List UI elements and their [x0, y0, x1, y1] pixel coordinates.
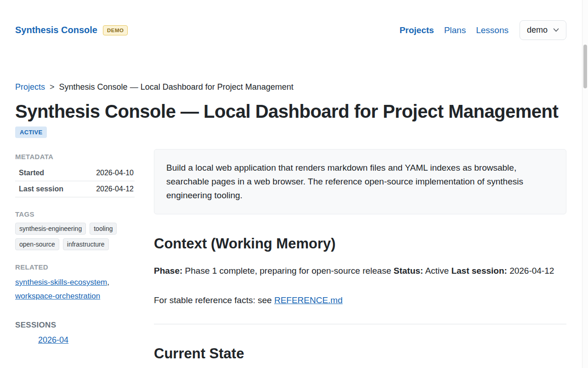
- scrollbar-thumb[interactable]: [583, 45, 587, 88]
- context-summary: Phase: Phase 1 complete, preparing for o…: [154, 263, 566, 279]
- brand-row: Synthesis Console DEMO: [15, 25, 128, 35]
- metadata-table: Started 2026-04-10 Last session 2026-04-…: [15, 165, 135, 197]
- nav-plans[interactable]: Plans: [444, 25, 466, 35]
- content-layout: METADATA Started 2026-04-10 Last session…: [15, 149, 566, 368]
- brand-link[interactable]: Synthesis Console: [15, 25, 97, 35]
- last-session-value: 2026-04-12: [509, 266, 554, 276]
- tags-heading: TAGS: [15, 210, 135, 218]
- tag-chip: tooling: [90, 223, 117, 235]
- top-nav: Projects Plans Lessons demo: [400, 20, 566, 40]
- related-link-workspace-orchestration[interactable]: workspace-orchestration: [15, 292, 100, 300]
- sidebar: METADATA Started 2026-04-10 Last session…: [15, 149, 135, 368]
- reference-text: For stable reference facts: see: [154, 295, 272, 305]
- phase-value: Phase 1 complete, preparing for open-sou…: [185, 266, 391, 276]
- metadata-value: 2026-04-12: [96, 185, 134, 193]
- chevron-down-icon: [553, 28, 559, 32]
- metadata-heading: METADATA: [15, 153, 135, 161]
- phase-label: Phase:: [154, 266, 182, 276]
- sessions-list: 2026-04: [15, 335, 135, 345]
- user-dropdown[interactable]: demo: [520, 20, 566, 40]
- last-session-label: Last session:: [451, 266, 507, 276]
- breadcrumb-projects-link[interactable]: Projects: [15, 82, 45, 92]
- tags-list: synthesis-engineering tooling open-sourc…: [15, 223, 135, 250]
- tag-chip: open-source: [15, 238, 59, 250]
- reference-note: For stable reference facts: see REFERENC…: [154, 293, 566, 308]
- demo-badge: DEMO: [103, 25, 128, 35]
- related-links: synthesis-skills-ecosystem, workspace-or…: [15, 276, 135, 303]
- header: Synthesis Console DEMO Projects Plans Le…: [15, 0, 566, 40]
- main-content: Build a local web application that rende…: [154, 149, 566, 368]
- metadata-value: 2026-04-10: [96, 169, 134, 177]
- reference-md-link[interactable]: REFERENCE.md: [274, 295, 343, 305]
- status-badge: ACTIVE: [15, 126, 47, 138]
- breadcrumb-separator: >: [50, 82, 55, 92]
- metadata-label: Started: [19, 169, 44, 177]
- user-dropdown-value: demo: [527, 25, 548, 35]
- metadata-row-started: Started 2026-04-10: [15, 165, 135, 181]
- related-separator: ,: [107, 278, 109, 287]
- status-value: Active: [425, 266, 449, 276]
- nav-lessons[interactable]: Lessons: [476, 25, 509, 35]
- current-state-heading: Current State: [154, 345, 566, 362]
- tag-chip: synthesis-engineering: [15, 223, 86, 235]
- related-link-synthesis-skills-ecosystem[interactable]: synthesis-skills-ecosystem: [15, 278, 107, 287]
- sessions-heading: SESSIONS: [15, 321, 135, 330]
- session-item: 2026-04: [38, 335, 135, 345]
- tag-chip: infrastructure: [63, 238, 109, 250]
- page-title: Synthesis Console — Local Dashboard for …: [15, 101, 566, 122]
- metadata-label: Last session: [19, 185, 63, 193]
- section-divider: [154, 324, 566, 324]
- related-heading: RELATED: [15, 263, 135, 271]
- scrollbar-track[interactable]: [582, 0, 588, 368]
- breadcrumb: Projects>Synthesis Console — Local Dashb…: [15, 82, 566, 92]
- project-description: Build a local web application that rende…: [154, 149, 566, 214]
- metadata-row-last-session: Last session 2026-04-12: [15, 181, 135, 197]
- status-label: Status:: [394, 266, 423, 276]
- breadcrumb-current: Synthesis Console — Local Dashboard for …: [59, 82, 294, 92]
- session-link-2026-04[interactable]: 2026-04: [38, 335, 68, 345]
- context-heading: Context (Working Memory): [154, 236, 566, 252]
- nav-projects[interactable]: Projects: [400, 25, 434, 35]
